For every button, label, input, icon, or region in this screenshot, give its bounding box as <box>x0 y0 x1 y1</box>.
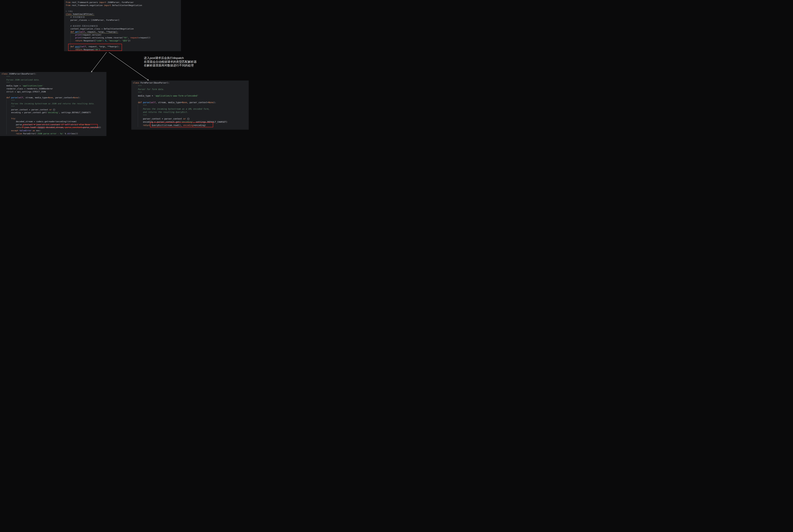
code-panel-homeview[interactable]: from rest_framework.parsers import JSONP… <box>64 0 181 51</box>
code-token: rest_framework.negotiation <box>72 4 104 6</box>
code-line: 1 个用法 <box>66 10 181 13</box>
code-token: {} <box>187 118 189 120</box>
code-token: class <box>66 13 73 16</box>
dispatch-annotation: 进入post请求后会执行dispatch在里面会自动根据请求的类型匹配解析器在解… <box>144 56 197 68</box>
annotation-line: 在里面会自动根据请求的类型匹配解析器 <box>144 60 197 64</box>
code-token: or <box>183 118 187 120</box>
code-token: ( <box>149 101 150 104</box>
code-line: strict = api_settings.STRICT_JSON <box>2 90 106 93</box>
code-line: class JSONParser(BaseParser): <box>2 73 106 75</box>
code-line: parser_context = parser_context or {} <box>133 117 249 121</box>
code-token: """ <box>11 106 15 108</box>
code-line: return Response({"code": 0, "message": "… <box>66 39 181 42</box>
code-token: 1 个用法 <box>66 10 73 12</box>
code-line: def parse(self, stream, media_type=None,… <box>133 101 249 104</box>
code-token: Response({ <box>84 39 95 42</box>
code-token: , stream, media_type= <box>23 96 48 99</box>
code-token: homeView(APIView): <box>73 13 94 16</box>
code-token: or <box>49 109 53 111</box>
code-token <box>133 88 138 91</box>
code-token: ): <box>214 101 216 104</box>
code-line: raise ParseError('JSON parse error - %s'… <box>2 132 106 135</box>
code-token: ParseError( <box>23 132 36 135</box>
code-token: Parser for form data. <box>138 88 164 91</box>
code-token <box>66 16 70 18</box>
code-token: media_type = <box>133 95 154 97</box>
code-token: FormParser(BaseParser): <box>141 82 169 84</box>
code-token: """ <box>143 104 147 107</box>
code-token: import <box>104 4 112 6</box>
code-token: def <box>70 31 75 33</box>
code-token: , request, *args, **kwargs): <box>85 31 118 33</box>
code-token: parser_classes = [JSONParser, FormParser… <box>66 19 119 21</box>
code-token: parser_context = parser_context <box>133 118 183 120</box>
code-token: parse <box>11 96 17 99</box>
code-token: print <box>75 34 81 36</box>
code-token: None <box>48 96 53 99</box>
code-token: class <box>2 73 9 75</box>
code-token <box>2 132 16 135</box>
highlight-box-post-method <box>68 44 122 51</box>
code-token: : <box>119 39 122 42</box>
code-line: parser_classes = [JSONParser, FormParser… <box>66 19 181 22</box>
code-token: request <box>130 36 139 39</box>
code-token: Parses the incoming bytestream as a URL … <box>143 108 210 110</box>
code-token: media_type = <box>2 84 22 87</box>
code-line: # 根据请求 匹配对应的解析器 <box>66 24 181 27</box>
code-line: """ <box>133 104 249 108</box>
code-token: JSONParser, FormParser <box>107 1 134 3</box>
code-line <box>2 114 106 117</box>
code-line: from rest_framework.negotiation import D… <box>66 4 181 7</box>
code-token: Parses the incoming bytestream as JSON a… <box>11 102 95 105</box>
code-line: media_type = 'application/json' <box>2 84 106 87</box>
code-line: class homeView(APIView): <box>66 13 181 16</box>
code-token <box>2 96 6 99</box>
highlight-box-json-load <box>23 124 98 128</box>
code-token: self <box>80 31 85 33</box>
code-line: decoded_stream = codecs.getreader(encodi… <box>2 120 106 123</box>
code-token: , stream, media_type= <box>155 101 182 104</box>
code-line: Parses the incoming bytestream as JSON a… <box>2 102 106 105</box>
code-token: None <box>73 96 78 99</box>
code-token: renderer_class = renderers.JSONRenderer <box>2 88 53 90</box>
code-token <box>2 81 6 84</box>
code-line: """ <box>2 81 106 84</box>
code-token: content_negotiation_class = DefaultConte… <box>66 27 134 30</box>
code-token: parser_context = parser_context <box>2 109 49 111</box>
code-token <box>2 76 6 78</box>
highlight-box-querydict <box>150 122 213 127</box>
code-token: {} <box>53 109 55 111</box>
code-line: media_type = 'application/x-www-form-url… <box>133 94 249 98</box>
code-token: exc: <box>36 129 41 132</box>
code-line: # 所有的解析器 <box>66 16 181 19</box>
code-token: , <box>106 39 109 42</box>
code-token: 'application/x-www-form-urlencoded' <box>154 95 198 97</box>
code-token: # 根据请求 匹配对应的解析器 <box>70 25 98 27</box>
code-token: (request.versioning_scheme.reverse( <box>81 36 123 39</box>
code-token: 'JSON parse error - %s' <box>36 132 63 135</box>
code-token: , settings.DEFAULT_CHARSET) <box>59 111 91 114</box>
code-token: , parser_context= <box>53 96 73 99</box>
code-line: class FormParser(BaseParser): <box>133 81 249 84</box>
code-line: def parse(self, stream, media_type=None,… <box>2 96 106 99</box>
code-token: """ <box>143 114 147 117</box>
code-token: ): <box>78 96 80 99</box>
code-token <box>133 92 138 94</box>
code-line: """ <box>133 84 249 88</box>
code-line: Parses JSON-serialized data. <box>2 78 106 81</box>
code-line: try: <box>2 117 106 120</box>
code-token: (exc)) <box>71 132 78 135</box>
code-token: None <box>208 101 214 104</box>
code-token: =request)) <box>139 36 150 39</box>
code-token: DefaultContentNegotiation <box>112 4 142 6</box>
code-token: raise <box>16 132 23 135</box>
code-token: as <box>33 129 36 132</box>
annotation-line: 在解析器里面再对数据进行不同的处理 <box>144 63 197 68</box>
code-token: 0 <box>105 39 106 42</box>
code-line: def get(self, request, *args, **kwargs): <box>66 31 181 34</box>
code-token: parse <box>143 101 149 104</box>
code-token <box>133 85 138 87</box>
code-token: and returns the resulting QueryDict. <box>143 111 188 113</box>
code-token: "hh" <box>123 36 128 39</box>
code-token: try <box>11 117 15 120</box>
